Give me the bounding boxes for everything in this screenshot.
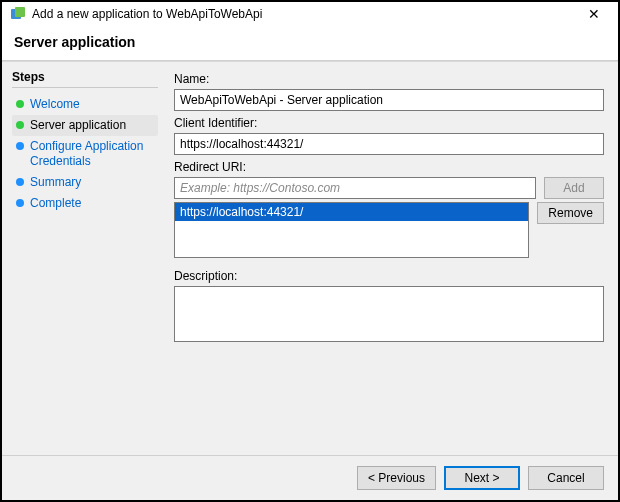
name-label: Name: [174, 72, 604, 86]
step-bullet-icon [16, 178, 24, 186]
previous-button[interactable]: < Previous [357, 466, 436, 490]
step-label: Server application [30, 118, 126, 133]
app-icon [10, 6, 26, 22]
step-bullet-icon [16, 121, 24, 129]
add-button[interactable]: Add [544, 177, 604, 199]
steps-pane: Steps WelcomeServer applicationConfigure… [2, 62, 164, 455]
description-input[interactable] [174, 286, 604, 342]
window-title: Add a new application to WebApiToWebApi [32, 7, 578, 21]
redirect-uri-list[interactable]: https://localhost:44321/ [174, 202, 529, 258]
wizard-step: Server application [12, 115, 158, 136]
wizard-step[interactable]: Configure Application Credentials [12, 136, 158, 172]
step-bullet-icon [16, 100, 24, 108]
step-label: Welcome [30, 97, 80, 112]
step-bullet-icon [16, 199, 24, 207]
name-input[interactable] [174, 89, 604, 111]
cancel-button[interactable]: Cancel [528, 466, 604, 490]
form-pane: Name: Client Identifier: Redirect URI: A… [164, 62, 618, 455]
page-title: Server application [2, 24, 618, 60]
next-button[interactable]: Next > [444, 466, 520, 490]
close-icon[interactable]: ✕ [578, 6, 610, 22]
wizard-body: Steps WelcomeServer applicationConfigure… [2, 61, 618, 455]
svg-rect-1 [15, 7, 25, 17]
wizard-step[interactable]: Complete [12, 193, 158, 214]
redirect-uri-row: Add [174, 177, 604, 199]
wizard-step[interactable]: Summary [12, 172, 158, 193]
steps-header: Steps [12, 70, 158, 88]
redirect-uri-input[interactable] [174, 177, 536, 199]
wizard-window: Add a new application to WebApiToWebApi … [0, 0, 620, 502]
step-label: Configure Application Credentials [30, 139, 154, 169]
wizard-footer: < Previous Next > Cancel [2, 455, 618, 500]
client-id-label: Client Identifier: [174, 116, 604, 130]
step-label: Summary [30, 175, 81, 190]
redirect-list-row: https://localhost:44321/ Remove [174, 202, 604, 258]
titlebar: Add a new application to WebApiToWebApi … [2, 2, 618, 24]
redirect-uri-label: Redirect URI: [174, 160, 604, 174]
step-label: Complete [30, 196, 81, 211]
wizard-step[interactable]: Welcome [12, 94, 158, 115]
remove-button[interactable]: Remove [537, 202, 604, 224]
redirect-uri-item[interactable]: https://localhost:44321/ [175, 203, 528, 221]
client-id-input[interactable] [174, 133, 604, 155]
description-label: Description: [174, 269, 604, 283]
step-bullet-icon [16, 142, 24, 150]
